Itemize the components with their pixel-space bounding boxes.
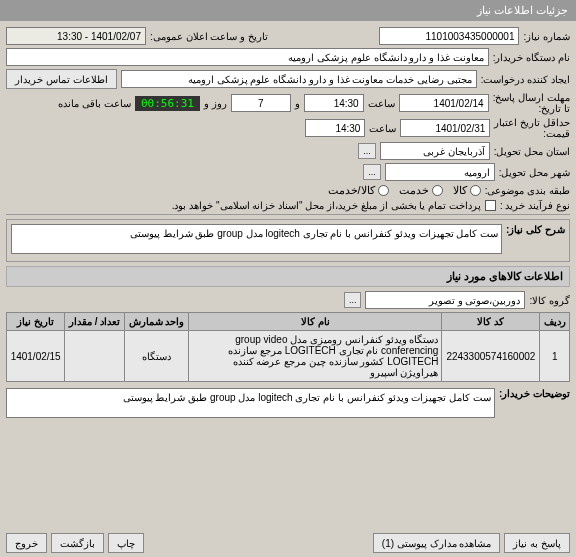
- items-table: ردیف کد کالا نام کالا واحد شمارش تعداد /…: [6, 312, 570, 382]
- th-unit: واحد شمارش: [124, 313, 188, 331]
- remaining-label: ساعت باقی مانده: [58, 98, 131, 109]
- city-lookup-button[interactable]: ...: [363, 164, 381, 180]
- countdown-timer: 00:56:31: [135, 96, 200, 111]
- requester-field: مجتبی رضایی خدمات معاونت غذا و دارو دانش…: [121, 70, 477, 88]
- category-label: طبقه بندی موضوعی:: [485, 185, 570, 196]
- need-number-label: شماره نیاز:: [523, 31, 570, 42]
- th-code: کد کالا: [442, 313, 540, 331]
- cell-qty: [65, 331, 125, 382]
- need-number-field: 1101003435000001: [379, 27, 519, 45]
- cell-name: دستگاه ویدئو کنفرانس رومیزی مدل group vi…: [189, 331, 442, 382]
- attachments-button[interactable]: مشاهده مدارک پیوستی (1): [373, 533, 501, 553]
- contact-info-button[interactable]: اطلاعات تماس خریدار: [6, 69, 117, 89]
- buyer-field: معاونت غذا و دارو دانشگاه علوم پزشکی ارو…: [6, 48, 489, 66]
- print-button[interactable]: چاپ: [108, 533, 144, 553]
- th-name: نام کالا: [189, 313, 442, 331]
- validity-date-field: 1401/02/31: [400, 119, 490, 137]
- province-label: استان محل تحویل:: [494, 146, 570, 157]
- group-label: گروه کالا:: [529, 295, 570, 306]
- cell-unit: دستگاه: [124, 331, 188, 382]
- deadline-label: مهلت ارسال پاسخ:: [493, 92, 570, 103]
- th-qty: تعداد / مقدار: [65, 313, 125, 331]
- deadline-time-field: 14:30: [304, 94, 364, 112]
- process-text: پرداخت تمام یا بخشی از مبلغ خرید،از محل …: [172, 200, 481, 211]
- exit-button[interactable]: خروج: [6, 533, 47, 553]
- process-label: نوع فرآیند خرید :: [500, 200, 570, 211]
- buyer-notes-field: ست کامل تجهیزات ویدئو کنفرانس با نام تجا…: [6, 388, 495, 418]
- radio-service[interactable]: خدمت: [399, 184, 443, 197]
- process-checkbox[interactable]: [485, 200, 496, 211]
- cell-code: 2243300574160002: [442, 331, 540, 382]
- respond-button[interactable]: پاسخ به نیاز: [504, 533, 570, 553]
- validity-time-field: 14:30: [305, 119, 365, 137]
- time-label-2: ساعت: [369, 123, 396, 134]
- window-title: جزئیات اطلاعات نیاز: [477, 4, 568, 17]
- province-lookup-button[interactable]: ...: [358, 143, 376, 159]
- group-lookup-button[interactable]: ...: [344, 292, 362, 308]
- price-label: قیمت:: [494, 128, 570, 139]
- days-field: 7: [231, 94, 291, 112]
- th-row: ردیف: [540, 313, 570, 331]
- and-label: و: [295, 98, 300, 109]
- public-announce-field: 1401/02/07 - 13:30: [6, 27, 146, 45]
- desc-field: ست کامل تجهیزات ویدئو کنفرانس با نام تجا…: [11, 224, 502, 254]
- deadline-date-field: 1401/02/14: [399, 94, 489, 112]
- buyer-label: نام دستگاه خریدار:: [493, 52, 570, 63]
- title-bar: جزئیات اطلاعات نیاز: [0, 0, 576, 21]
- divider: [6, 214, 570, 215]
- group-field: دوربین،صوتی و تصویر: [365, 291, 525, 309]
- city-field: ارومیه: [385, 163, 495, 181]
- buyer-notes-label: توضیحات خریدار:: [499, 388, 570, 399]
- province-field: آذربایجان غربی: [380, 142, 490, 160]
- time-label-1: ساعت: [368, 98, 395, 109]
- validity-label: حداقل تاریخ اعتبار: [494, 117, 570, 128]
- cell-idx: 1: [540, 331, 570, 382]
- cell-date: 1401/02/15: [7, 331, 65, 382]
- days-label: روز و: [204, 98, 227, 109]
- items-section-title: اطلاعات کالاهای مورد نیاز: [6, 266, 570, 287]
- radio-both[interactable]: کالا/خدمت: [328, 184, 389, 197]
- th-date: تاریخ نیاز: [7, 313, 65, 331]
- radio-goods[interactable]: کالا: [453, 184, 481, 197]
- requester-label: ایجاد کننده درخواست:: [481, 74, 570, 85]
- desc-label: شرح کلی نیاز:: [506, 224, 565, 235]
- city-label: شهر محل تحویل:: [499, 167, 570, 178]
- until-label: تا تاریخ:: [493, 103, 570, 114]
- back-button[interactable]: بازگشت: [51, 533, 104, 553]
- table-row[interactable]: 1 2243300574160002 دستگاه ویدئو کنفرانس …: [7, 331, 570, 382]
- public-announce-label: تاریخ و ساعت اعلان عمومی:: [150, 31, 268, 42]
